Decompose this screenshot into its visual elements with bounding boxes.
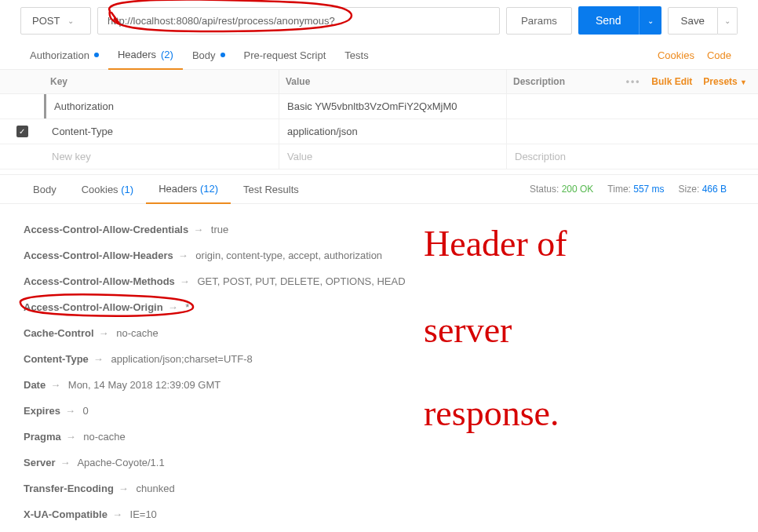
response-header-key: Access-Control-Allow-Credentials: [24, 224, 188, 235]
arrow-right-icon: →: [93, 353, 104, 365]
arrow-right-icon: →: [168, 301, 178, 313]
response-header-row: Access-Control-Allow-Credentials→ true: [24, 217, 734, 242]
arrow-right-icon: →: [193, 224, 203, 235]
response-header-key: Access-Control-Allow-Origin: [24, 301, 163, 313]
tab-resp-cookies[interactable]: Cookies (1): [69, 176, 146, 203]
save-dropdown[interactable]: ⌄: [718, 7, 738, 35]
response-header-row: X-UA-Compatible→ IE=10: [24, 501, 734, 527]
response-header-row: Access-Control-Allow-Origin→ *: [24, 294, 734, 320]
response-header-value: Mon, 14 May 2018 12:39:09 GMT: [68, 379, 220, 391]
response-header-key: Access-Control-Allow-Methods: [24, 275, 175, 287]
response-header-row: Date→ Mon, 14 May 2018 12:39:09 GMT: [24, 372, 734, 398]
tab-resp-tests[interactable]: Test Results: [231, 176, 312, 203]
params-button[interactable]: Params: [506, 7, 572, 35]
table-header: Key Value Description ••• Bulk Edit Pres…: [0, 70, 758, 94]
response-header-row: Transfer-Encoding→ chunked: [24, 476, 734, 501]
response-header-value: *: [185, 301, 189, 313]
response-status: Status: 200 OK Time: 557 ms Size: 466 B: [530, 184, 738, 195]
send-button[interactable]: Send: [578, 6, 639, 35]
checkbox-checked-icon[interactable]: ✓: [16, 126, 28, 137]
response-header-key: Content-Type: [24, 353, 89, 365]
response-header-value: IE=10: [130, 508, 157, 520]
new-value-input[interactable]: Value: [279, 144, 507, 169]
more-icon[interactable]: •••: [626, 76, 641, 87]
request-tabs: Authorization Headers (2) Body Pre-reque…: [0, 41, 758, 70]
table-row[interactable]: Authorization Basic YW5vbnltb3VzOmFiY2Qx…: [0, 94, 758, 119]
presets-dropdown[interactable]: Presets ▼: [703, 76, 747, 87]
send-group: Send ⌄: [578, 6, 661, 35]
http-method-select[interactable]: POST ⌄: [20, 7, 91, 35]
save-group: Save ⌄: [668, 7, 738, 35]
response-header-value: true: [211, 224, 228, 235]
table-row[interactable]: ✓ Content-Type application/json: [0, 119, 758, 144]
arrow-right-icon: →: [180, 275, 190, 287]
response-header-key: Date: [24, 379, 46, 391]
response-header-value: chunked: [136, 483, 174, 494]
status-size: 466 B: [702, 184, 727, 195]
response-tabs: Body Cookies (1) Headers (12) Test Resul…: [0, 174, 758, 204]
arrow-right-icon: →: [118, 483, 129, 494]
indicator-dot-icon: [220, 53, 225, 57]
table-row-new[interactable]: New key Value Description: [0, 144, 758, 169]
new-desc-input[interactable]: Description: [507, 144, 758, 169]
header-key[interactable]: Content-Type: [44, 119, 279, 144]
send-dropdown[interactable]: ⌄: [639, 6, 661, 35]
response-header-row: Content-Type→ application/json;charset=U…: [24, 346, 734, 372]
bulk-edit-link[interactable]: Bulk Edit: [651, 76, 692, 87]
chevron-down-icon: ⌄: [647, 16, 654, 25]
new-key-input[interactable]: New key: [44, 144, 279, 169]
arrow-right-icon: →: [65, 405, 75, 417]
col-description: Description: [507, 70, 609, 93]
tab-prerequest[interactable]: Pre-request Script: [235, 42, 336, 69]
tab-body[interactable]: Body: [183, 42, 235, 69]
response-header-value: GET, POST, PUT, DELETE, OPTIONS, HEAD: [197, 275, 405, 287]
code-link[interactable]: Code: [701, 42, 738, 69]
tab-authorization[interactable]: Authorization: [20, 42, 108, 69]
tab-headers[interactable]: Headers (2): [108, 41, 183, 70]
response-header-value: no-cache: [116, 327, 158, 339]
url-input[interactable]: [97, 7, 500, 35]
response-header-value: origin, content-type, accept, authorizat…: [195, 250, 382, 261]
arrow-right-icon: →: [50, 379, 60, 391]
response-header-key: Access-Control-Allow-Headers: [24, 250, 173, 261]
request-headers-table: Key Value Description ••• Bulk Edit Pres…: [0, 70, 758, 169]
response-header-row: Expires→ 0: [24, 398, 734, 424]
col-key: Key: [44, 70, 279, 93]
response-header-value: 0: [83, 405, 89, 417]
response-header-key: Pragma: [24, 431, 61, 443]
arrow-right-icon: →: [112, 508, 122, 520]
tab-resp-body[interactable]: Body: [20, 176, 69, 203]
response-header-value: application/json;charset=UTF-8: [111, 353, 252, 365]
response-header-value: no-cache: [83, 431, 125, 443]
header-value[interactable]: application/json: [279, 119, 507, 144]
status-time: 557 ms: [633, 184, 664, 195]
indicator-dot-icon: [94, 53, 99, 57]
response-headers-list: Access-Control-Allow-Credentials→ trueAc…: [0, 204, 758, 532]
chevron-down-icon: ⌄: [724, 16, 731, 25]
triangle-down-icon: ▼: [740, 78, 747, 86]
col-value: Value: [279, 70, 507, 93]
arrow-right-icon: →: [66, 431, 76, 443]
header-key[interactable]: Authorization: [44, 94, 279, 118]
response-header-row: Access-Control-Allow-Headers→ origin, co…: [24, 242, 734, 268]
response-header-row: Cache-Control→ no-cache: [24, 320, 734, 346]
response-header-value: Apache-Coyote/1.1: [77, 457, 164, 468]
arrow-right-icon: →: [178, 250, 188, 261]
response-header-key: X-UA-Compatible: [24, 508, 108, 520]
cookies-link[interactable]: Cookies: [651, 42, 701, 69]
response-header-key: Expires: [24, 405, 60, 417]
response-header-row: Pragma→ no-cache: [24, 424, 734, 450]
request-bar: POST ⌄ Params Send ⌄ Save ⌄: [0, 0, 758, 41]
status-code: 200 OK: [562, 184, 594, 195]
response-header-row: Access-Control-Allow-Methods→ GET, POST,…: [24, 268, 734, 294]
save-button[interactable]: Save: [668, 7, 718, 35]
header-value[interactable]: Basic YW5vbnltb3VzOmFiY2QxMjM0: [279, 94, 507, 118]
arrow-right-icon: →: [99, 327, 109, 339]
tab-resp-headers[interactable]: Headers (12): [146, 175, 231, 204]
response-header-key: Transfer-Encoding: [24, 483, 114, 494]
chevron-down-icon: ⌄: [67, 16, 74, 25]
http-method-label: POST: [32, 15, 60, 27]
tab-tests[interactable]: Tests: [335, 42, 377, 69]
response-header-key: Server: [24, 457, 55, 468]
response-header-key: Cache-Control: [24, 327, 94, 339]
